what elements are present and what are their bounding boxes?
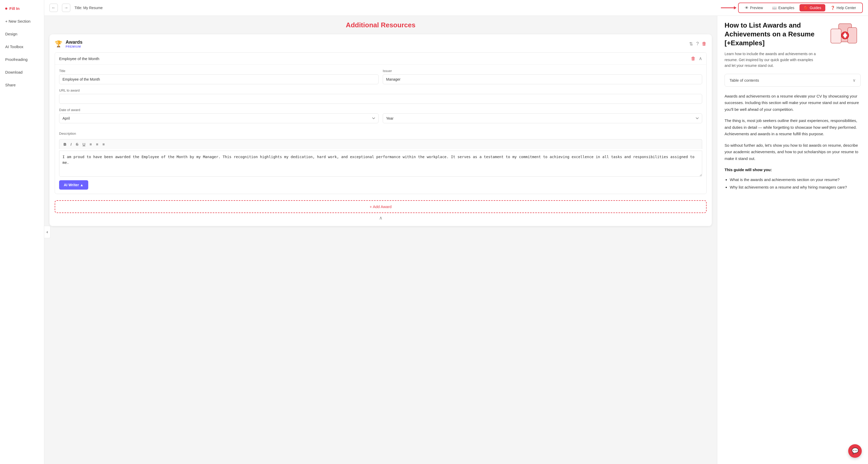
text-toolbar: B I S U ≡ ≡ ≡ [59, 139, 702, 149]
content-area: Additional Resources 🏆 Awards PREMIUM ⇅ … [44, 16, 868, 464]
sidebar-item-fill-in[interactable]: Fill In [0, 2, 44, 15]
article-para-1: Awards and achievements on a resume elev… [724, 93, 861, 113]
sidebar-toggle-button[interactable]: ‹ [44, 226, 51, 238]
sidebar-label-share: Share [5, 83, 16, 87]
award-entry-title: Employee of the Month [59, 57, 99, 61]
active-dot [5, 7, 7, 10]
header: ← → Title: My Resume 👁 Preview 📖 Example… [44, 0, 868, 16]
url-label: URL to award [59, 89, 702, 92]
card-title: Awards [66, 39, 686, 45]
title-label: Title [59, 69, 378, 73]
additional-resources-title: Additional Resources [50, 21, 712, 29]
sort-button[interactable]: ⇅ [689, 41, 693, 47]
sidebar-label-fill-in: Fill In [9, 6, 20, 11]
sidebar-label-proofreading: Proofreading [5, 57, 28, 62]
preview-label: Preview [750, 6, 763, 10]
award-entry-actions: 🗑 ∧ [691, 56, 702, 61]
strikethrough-button[interactable]: S [75, 141, 80, 147]
tab-help-center[interactable]: ❓ Help Center [826, 4, 860, 11]
sidebar-item-proofreading[interactable]: Proofreading [0, 53, 44, 66]
ai-writer-label: AI Writer ▲ [64, 183, 84, 187]
italic-button[interactable]: I [69, 141, 73, 147]
tab-preview[interactable]: 👁 Preview [741, 4, 767, 11]
date-label: Date of award [59, 108, 702, 112]
sidebar-item-share[interactable]: Share [0, 78, 44, 91]
awards-card: 🏆 Awards PREMIUM ⇅ ? 🗑 Employee of the M… [50, 34, 712, 226]
guide-label: This guide will show you: [724, 166, 861, 173]
sidebar: Fill In + New Section Design AI Toolbox … [0, 0, 44, 464]
help-card-button[interactable]: ? [696, 41, 699, 46]
toc-box[interactable]: Table of contents ∨ [724, 74, 861, 87]
award-entry-body: Title Issuer URL to award [55, 65, 706, 194]
underline-button[interactable]: U [82, 141, 87, 147]
form-panel: Additional Resources 🏆 Awards PREMIUM ⇅ … [44, 16, 717, 464]
help-icon: ❓ [831, 6, 835, 10]
title-input[interactable] [59, 74, 378, 84]
sidebar-item-ai-toolbox[interactable]: AI Toolbox [0, 40, 44, 53]
svg-rect-4 [848, 28, 857, 43]
year-select[interactable]: Year 2024 2023 2022 2021 2020 [383, 113, 702, 123]
toc-chevron-icon: ∨ [852, 78, 856, 83]
forward-icon: → [64, 5, 68, 10]
chevron-left-icon: ‹ [46, 230, 48, 234]
description-group: Description B I S U ≡ ≡ ≡ I am proud to … [59, 132, 702, 176]
month-select[interactable]: January February March April May June Ju… [59, 113, 378, 123]
tab-guides[interactable]: 🔴 Guides [800, 4, 825, 11]
url-input[interactable] [59, 94, 702, 104]
trophy-icon: 🏆 [55, 40, 62, 47]
article-top: How to List Awards and Achievements on a… [724, 21, 861, 69]
chat-button[interactable]: 💬 [848, 444, 862, 458]
collapse-award-button[interactable]: ∧ [699, 56, 702, 61]
sidebar-item-new-section[interactable]: + New Section [0, 15, 44, 28]
article-heading: How to List Awards and Achievements on a… [724, 21, 818, 47]
toc-label: Table of contents [730, 78, 759, 82]
align-center-button[interactable]: ≡ [95, 141, 99, 147]
article-para-3: So without further ado, let's show you h… [724, 142, 861, 162]
back-button[interactable]: ← [50, 4, 58, 12]
award-entry-header: Employee of the Month 🗑 ∧ [55, 53, 706, 65]
article-text-block: How to List Awards and Achievements on a… [724, 21, 818, 69]
sidebar-label-design: Design [5, 32, 18, 36]
svg-rect-3 [831, 29, 841, 43]
issuer-label: Issuer [383, 69, 702, 73]
sidebar-item-download[interactable]: Download [0, 66, 44, 78]
sidebar-label-new-section: + New Section [5, 19, 30, 24]
add-award-button[interactable]: + Add Award [55, 200, 707, 213]
main-area: ← → Title: My Resume 👁 Preview 📖 Example… [44, 0, 868, 464]
article-body: Awards and achievements on a resume elev… [724, 93, 861, 191]
card-header: 🏆 Awards PREMIUM ⇅ ? 🗑 [55, 39, 707, 48]
collapse-card-button[interactable]: ∧ [379, 215, 382, 221]
preview-icon: 👁 [745, 6, 748, 10]
bold-button[interactable]: B [62, 141, 67, 147]
sidebar-label-download: Download [5, 70, 23, 74]
card-actions: ⇅ ? 🗑 [689, 41, 707, 47]
chat-icon: 💬 [851, 448, 859, 454]
add-award-label: + Add Award [370, 204, 392, 209]
help-label: Help Center [837, 6, 856, 10]
top-nav: 👁 Preview 📖 Examples 🔴 Guides ❓ Help Cen… [738, 3, 863, 13]
date-group: Date of award January February March Apr… [59, 108, 702, 127]
date-selects: January February March April May June Ju… [59, 113, 702, 123]
title-group: Title [59, 69, 378, 84]
examples-label: Examples [778, 6, 794, 10]
awards-illustration [826, 21, 860, 58]
article-para-2: The thing is, most job seekers outline t… [724, 117, 861, 137]
list-item-1: What is the awards and achievements sect… [730, 176, 861, 183]
tab-examples[interactable]: 📖 Examples [768, 4, 798, 11]
sidebar-label-ai-toolbox: AI Toolbox [5, 44, 24, 49]
guides-label: Guides [810, 6, 821, 10]
sidebar-item-design[interactable]: Design [0, 28, 44, 40]
svg-marker-1 [734, 6, 737, 9]
ai-writer-button[interactable]: AI Writer ▲ [59, 180, 88, 190]
guide-list: What is the awards and achievements sect… [724, 176, 861, 191]
premium-badge: PREMIUM [66, 45, 686, 48]
issuer-input[interactable] [383, 74, 702, 84]
article-subtext: Learn how to include the awards and achi… [724, 51, 818, 68]
align-right-button[interactable]: ≡ [101, 141, 106, 147]
delete-card-button[interactable]: 🗑 [702, 41, 707, 46]
align-left-button[interactable]: ≡ [89, 141, 93, 147]
description-textarea[interactable]: I am proud to have been awarded the Empl… [59, 151, 702, 176]
forward-button[interactable]: → [62, 4, 70, 12]
award-entry: Employee of the Month 🗑 ∧ Title [55, 52, 707, 194]
delete-award-button[interactable]: 🗑 [691, 56, 696, 61]
